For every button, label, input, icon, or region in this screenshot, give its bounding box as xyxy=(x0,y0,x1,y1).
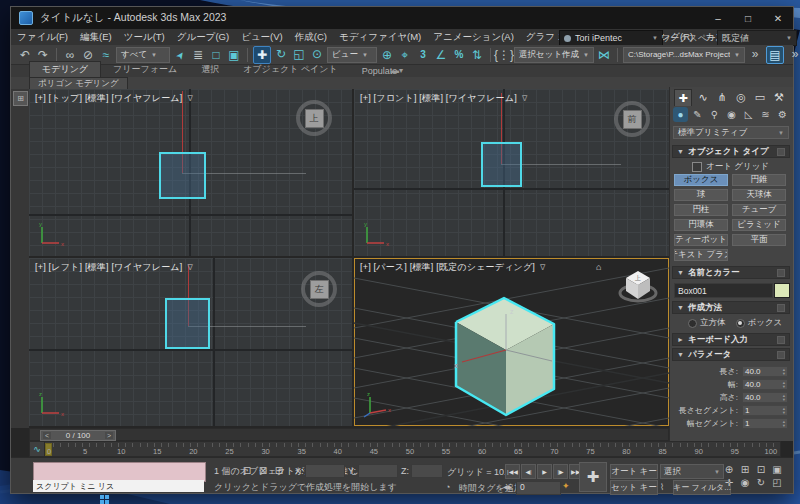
viewport-front[interactable]: 前 yx [+] [フロント] [標準] [ワイヤフレーム]∇ xyxy=(354,89,669,256)
key-mode-icon[interactable]: ✦ xyxy=(562,481,570,491)
object-name-field[interactable]: Box001 xyxy=(674,283,773,298)
ribbon-overflow-icon[interactable]: ▬▾ xyxy=(391,66,403,75)
next-frame-button[interactable]: |▶ xyxy=(553,464,568,479)
track-bar[interactable]: ∿ 05101520253035404550556065707580859095… xyxy=(29,441,781,457)
filter-icon[interactable]: ∇ xyxy=(522,94,528,103)
scale-icon[interactable]: ◱ xyxy=(291,46,307,62)
menu-item[interactable]: モディファイヤ(M) xyxy=(333,31,427,44)
spinner-arrows-icon[interactable]: ▴▾ xyxy=(783,368,785,375)
rect-region-icon[interactable]: □ xyxy=(208,47,224,63)
viewcube-face[interactable]: 左 xyxy=(310,280,329,299)
named-sets-icon[interactable]: {⋮} xyxy=(496,47,512,63)
box001-wireframe[interactable] xyxy=(165,298,210,349)
motion-tab-icon[interactable]: ◎ xyxy=(733,89,749,105)
y-coord-field[interactable] xyxy=(358,464,398,478)
project-folder-dropdown[interactable]: C:\Storage\P...dsMax Project▼ xyxy=(623,47,745,63)
time-slider-track[interactable]: < 0 / 100 > xyxy=(29,428,669,441)
rollout-creation-method[interactable]: ▼ 作成方法 xyxy=(672,301,790,314)
viewport-perspective[interactable]: z x ⌂ 上 zx [+] [パース] [標準] [既定のシェーディング]∇ xyxy=(354,258,669,426)
box001-wireframe[interactable] xyxy=(481,142,522,187)
windows-start-icon[interactable] xyxy=(100,495,109,504)
parameter-spinner[interactable]: 40.0▴▾ xyxy=(742,392,788,403)
selection-filter-dropdown[interactable]: すべて▼ xyxy=(116,47,170,63)
autogrid-checkbox[interactable] xyxy=(692,162,702,172)
ribbon-tab[interactable]: フリーフォーム xyxy=(101,62,189,77)
rollout-object-type[interactable]: ▼ オブジェクト タイプ xyxy=(672,145,790,158)
menu-item[interactable]: アニメーション(A) xyxy=(427,31,520,44)
viewport-label[interactable]: [+] [レフト] [標準] [ワイヤフレーム]∇ xyxy=(35,261,193,274)
go-to-start-button[interactable]: |◀◀ xyxy=(505,464,520,479)
angle-snap-icon[interactable]: ∠ xyxy=(433,47,449,63)
ribbon-tab[interactable]: モデリング xyxy=(29,61,101,77)
primitive-button[interactable]: ピラミッド xyxy=(732,219,786,231)
ribbon-tab[interactable]: オブジェクト ペイント xyxy=(231,62,350,77)
utilities-tab-icon[interactable]: ⚒ xyxy=(771,89,787,105)
spinner-arrows-icon[interactable]: ▴▾ xyxy=(783,407,785,414)
viewcube-3d[interactable]: 上 xyxy=(616,264,660,306)
viewport-layout-tab[interactable]: ⊞ xyxy=(13,91,28,106)
viewcube-face[interactable]: 前 xyxy=(623,110,642,129)
overflow-chevron-icon[interactable]: » xyxy=(747,46,763,62)
place-icon[interactable]: ⊙ xyxy=(309,46,325,62)
manipulate-icon[interactable]: ⌖ xyxy=(397,47,413,63)
maxscript-mini-listener[interactable] xyxy=(33,462,206,482)
hierarchy-tab-icon[interactable]: ⋔ xyxy=(714,89,730,105)
viewcube-home-icon[interactable]: ⌂ xyxy=(596,262,601,272)
helpers-cat-icon[interactable]: ◺ xyxy=(741,107,756,122)
rollout-parameters[interactable]: ▼ パラメータ xyxy=(672,348,790,361)
maxscript-listener-tab[interactable]: スクリプト ミニ リス xyxy=(33,480,204,492)
autosave-icon[interactable]: ▤ xyxy=(766,46,784,64)
filter-icon[interactable]: ∇ xyxy=(187,94,193,103)
viewcube[interactable]: 上 xyxy=(296,100,332,136)
radio-cube[interactable]: 立方体 xyxy=(688,317,726,329)
previous-frame-button[interactable]: ◀| xyxy=(521,464,536,479)
maximize-button[interactable]: □ xyxy=(733,7,763,29)
box001-wireframe[interactable] xyxy=(159,152,206,199)
previous-frame-arrow-icon[interactable]: < xyxy=(43,432,51,439)
primitive-button[interactable]: チューブ xyxy=(732,204,786,216)
rotate-icon[interactable]: ↻ xyxy=(273,46,289,62)
menu-item[interactable]: 編集(E) xyxy=(74,31,118,44)
play-button[interactable]: ▶ xyxy=(537,464,552,479)
parameter-spinner[interactable]: 40.0▴▾ xyxy=(742,379,788,390)
reference-coordinate-dropdown[interactable]: ビュー▼ xyxy=(327,47,377,63)
rollout-name-color[interactable]: ▼ 名前とカラー xyxy=(672,266,790,279)
viewcube[interactable]: 左 xyxy=(301,271,337,307)
primitive-button[interactable]: 円柱 xyxy=(674,204,728,216)
percent-snap-icon[interactable]: % xyxy=(451,47,467,63)
geometry-cat-icon[interactable]: ● xyxy=(673,107,688,122)
walk-icon[interactable]: ◉ xyxy=(737,476,753,489)
object-color-swatch[interactable] xyxy=(774,283,790,298)
viewport-label[interactable]: [+] [フロント] [標準] [ワイヤフレーム]∇ xyxy=(360,92,527,105)
menu-item[interactable]: ファイル(F) xyxy=(11,31,74,44)
zoom-icon[interactable]: ⊕ xyxy=(721,463,737,476)
frame-spinner-arrows-icon[interactable]: ◀▶ xyxy=(503,483,512,490)
spinner-arrows-icon[interactable]: ▴▾ xyxy=(783,394,785,401)
transform-gizmo-icon[interactable]: ⊞ xyxy=(271,464,287,477)
primitive-button[interactable]: 球 xyxy=(674,189,728,201)
time-slider-handle[interactable]: < 0 / 100 > xyxy=(40,430,116,441)
lights-cat-icon[interactable]: ⚲ xyxy=(707,107,722,122)
primitive-button[interactable]: 円錐 xyxy=(732,174,786,186)
parameter-spinner[interactable]: 40.0▴▾ xyxy=(742,366,788,377)
menu-item[interactable]: グループ(G) xyxy=(171,31,235,44)
primitive-button[interactable]: 円環体 xyxy=(674,219,728,231)
menu-item[interactable]: ビュー(V) xyxy=(235,31,289,44)
window-crossing-icon[interactable]: ▣ xyxy=(226,47,242,63)
move-icon[interactable]: ✚ xyxy=(253,46,271,64)
viewport-label[interactable]: [+] [パース] [標準] [既定のシェーディング]∇ xyxy=(360,261,546,274)
primitive-button[interactable]: 天球体 xyxy=(732,189,786,201)
display-tab-icon[interactable]: ▭ xyxy=(752,89,768,105)
named-selection-sets-dropdown[interactable]: 選択セット作成▼ xyxy=(514,47,594,63)
selection-set-dropdown[interactable]: 選択▼ xyxy=(660,464,724,479)
mirror-icon[interactable]: ⋈ xyxy=(596,47,612,63)
cameras-cat-icon[interactable]: ◉ xyxy=(724,107,739,122)
shapes-cat-icon[interactable]: ✎ xyxy=(690,107,705,122)
z-coord-field[interactable] xyxy=(411,464,443,478)
pan-icon[interactable]: ✛ xyxy=(721,476,737,489)
systems-cat-icon[interactable]: ⚙ xyxy=(775,107,790,122)
spinner-arrows-icon[interactable]: ▴▾ xyxy=(783,381,785,388)
viewport-left[interactable]: 左 zx [+] [レフト] [標準] [ワイヤフレーム]∇ xyxy=(29,258,352,426)
viewport-label[interactable]: [+] [トップ] [標準] [ワイヤフレーム]∇ xyxy=(35,92,193,105)
filter-icon[interactable]: ∇ xyxy=(187,263,193,272)
